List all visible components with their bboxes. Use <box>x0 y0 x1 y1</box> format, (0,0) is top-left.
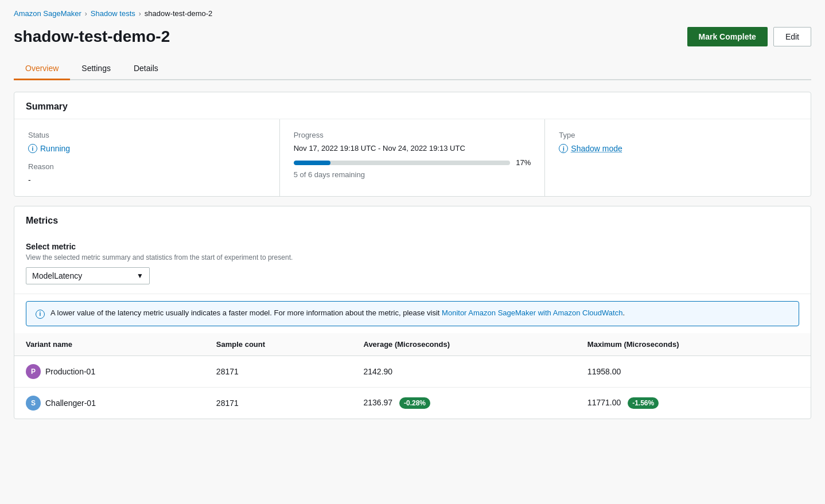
progress-bar-fill <box>294 161 330 165</box>
info-icon: i <box>36 310 45 319</box>
average-value: 2136.97 <box>363 398 392 407</box>
info-banner-text: A lower value of the latency metric usua… <box>50 308 625 317</box>
progress-date-range: Nov 17, 2022 19:18 UTC - Nov 24, 2022 19… <box>294 144 531 153</box>
variant-name-cell: P Production-01 <box>14 355 205 387</box>
summary-grid: Status i Running Reason - Progress Nov 1… <box>14 119 811 196</box>
metric-select-dropdown[interactable]: ModelLatency ▼ <box>26 267 150 284</box>
progress-bar-container: 17% <box>294 158 531 167</box>
status-cell: Status i Running Reason - <box>14 119 280 196</box>
metrics-table-head: Variant name Sample count Average (Micro… <box>14 333 811 356</box>
dropdown-arrow-icon: ▼ <box>137 272 143 280</box>
maximum-cell: 11771.00 -1.56% <box>576 387 811 419</box>
select-metric-section: Select metric View the selected metric s… <box>14 233 811 294</box>
select-metric-label: Select metric <box>26 242 799 251</box>
col-sample-count: Sample count <box>205 333 352 356</box>
tab-overview[interactable]: Overview <box>14 58 70 80</box>
status-label: Status <box>28 131 266 139</box>
cloudwatch-link[interactable]: Monitor Amazon SageMaker with Amazon Clo… <box>442 308 622 317</box>
maximum-diff-badge: -1.56% <box>628 397 659 409</box>
progress-pct: 17% <box>516 158 531 167</box>
col-maximum: Maximum (Microseconds) <box>576 333 811 356</box>
edit-button[interactable]: Edit <box>773 27 811 46</box>
progress-bar-track <box>294 161 511 165</box>
info-banner: i A lower value of the latency metric us… <box>26 301 799 326</box>
type-cell: Type i Shadow mode <box>545 119 811 196</box>
maximum-value: 11958.00 <box>587 367 621 376</box>
breadcrumb: Amazon SageMaker › Shadow tests › shadow… <box>14 9 811 18</box>
info-banner-icon: i <box>36 309 45 319</box>
type-value[interactable]: i Shadow mode <box>559 144 797 153</box>
average-value: 2142.90 <box>363 367 392 376</box>
tabs: Overview Settings Details <box>14 58 811 80</box>
breadcrumb-sep-2: › <box>139 10 141 18</box>
page-title: shadow-test-demo-2 <box>14 28 170 46</box>
select-metric-desc: View the selected metric summary and sta… <box>26 253 799 261</box>
metrics-card: Metrics Select metric View the selected … <box>14 206 811 419</box>
variant-badge: P <box>26 364 41 379</box>
breadcrumb-home[interactable]: Amazon SageMaker <box>14 9 81 18</box>
progress-cell: Progress Nov 17, 2022 19:18 UTC - Nov 24… <box>280 119 546 196</box>
header-actions: Mark Complete Edit <box>687 27 811 46</box>
metrics-table-header-row: Variant name Sample count Average (Micro… <box>14 333 811 356</box>
progress-label: Progress <box>294 131 531 139</box>
col-average: Average (Microseconds) <box>352 333 575 356</box>
variant-name: Production-01 <box>45 367 95 376</box>
reason-label: Reason <box>28 162 266 171</box>
summary-card: Summary Status i Running Reason - <box>14 92 811 197</box>
status-icon: i <box>28 144 37 153</box>
variant-cell: P Production-01 <box>26 364 193 379</box>
page-header: shadow-test-demo-2 Mark Complete Edit <box>14 27 811 46</box>
col-variant-name: Variant name <box>14 333 205 356</box>
breadcrumb-current: shadow-test-demo-2 <box>145 9 213 18</box>
table-row: S Challenger-01 281712136.97 -0.28%11771… <box>14 387 811 419</box>
metrics-table-body: P Production-01 281712142.9011958.00 S C… <box>14 355 811 419</box>
tab-details[interactable]: Details <box>122 58 170 80</box>
reason-value: - <box>28 175 266 185</box>
average-cell: 2136.97 -0.28% <box>352 387 575 419</box>
status-value: i Running <box>28 144 266 153</box>
sample-count-cell: 28171 <box>205 387 352 419</box>
summary-card-header: Summary <box>14 92 811 119</box>
maximum-cell: 11958.00 <box>576 355 811 387</box>
tab-settings[interactable]: Settings <box>70 58 122 80</box>
variant-badge: S <box>26 396 41 411</box>
average-cell: 2142.90 <box>352 355 575 387</box>
metrics-table: Variant name Sample count Average (Micro… <box>14 333 811 419</box>
variant-cell: S Challenger-01 <box>26 396 193 411</box>
content-area: Summary Status i Running Reason - <box>14 80 811 440</box>
sample-count-cell: 28171 <box>205 355 352 387</box>
mark-complete-button[interactable]: Mark Complete <box>687 27 768 46</box>
average-diff-badge: -0.28% <box>399 397 430 409</box>
summary-title: Summary <box>26 101 68 111</box>
maximum-value: 11771.00 <box>587 398 621 407</box>
type-label: Type <box>559 131 797 139</box>
metrics-title: Metrics <box>26 216 58 225</box>
breadcrumb-parent[interactable]: Shadow tests <box>91 9 135 18</box>
breadcrumb-sep-1: › <box>85 10 87 18</box>
variant-name: Challenger-01 <box>45 398 96 408</box>
variant-name-cell: S Challenger-01 <box>14 387 205 419</box>
selected-metric-text: ModelLatency <box>32 271 82 280</box>
progress-remaining: 5 of 6 days remaining <box>294 170 531 179</box>
metrics-header: Metrics <box>14 206 811 233</box>
table-row: P Production-01 281712142.9011958.00 <box>14 355 811 387</box>
type-info-icon: i <box>559 144 568 153</box>
